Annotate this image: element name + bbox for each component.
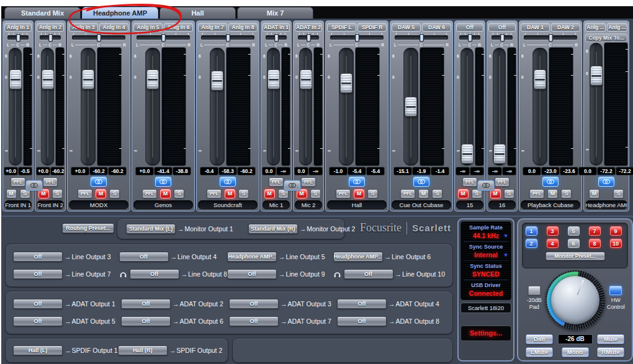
channel-name-label[interactable]: Playback Cubase xyxy=(521,200,580,210)
volume-fader-handle[interactable] xyxy=(534,69,546,89)
monitor-output-1-button[interactable]: 1 xyxy=(526,226,537,236)
channel-name-label[interactable]: Genos xyxy=(133,200,193,210)
solo-button[interactable]: S xyxy=(432,189,442,198)
pan-slider-track[interactable] xyxy=(72,35,125,40)
pan-slider-handle[interactable] xyxy=(549,34,553,42)
channel-input-select[interactable]: Anlg In 6 xyxy=(164,23,193,32)
solo-button[interactable]: S xyxy=(109,189,120,198)
mute-button[interactable]: M xyxy=(96,189,106,198)
volume-fader-handle[interactable] xyxy=(340,73,352,93)
pan-slider-handle[interactable] xyxy=(355,34,359,42)
solo-button[interactable]: S xyxy=(504,189,514,198)
pfl-button[interactable]: PFL xyxy=(269,177,284,187)
route-source-button-adat-output-1[interactable]: Off xyxy=(13,299,63,309)
mute-button[interactable]: M xyxy=(225,189,235,198)
route-source-button-line-output-7[interactable]: Off xyxy=(13,269,63,279)
volume-fader-handle[interactable] xyxy=(9,69,22,89)
channel-input-select[interactable]: Anlg In 7 xyxy=(198,23,227,32)
tab-headphone-amp[interactable]: Headphone AMP xyxy=(82,7,158,19)
route-source-button-line-output-4[interactable]: Off xyxy=(119,252,169,262)
channel-input-select[interactable]: DAW 2 xyxy=(551,23,580,32)
solo-button[interactable]: S xyxy=(174,189,184,198)
channel-name-label[interactable]: Front IN 1 xyxy=(4,200,32,210)
route-source-button-line-output-5[interactable]: Headphone AMP... xyxy=(227,252,277,262)
pan-slider-handle[interactable] xyxy=(468,34,472,42)
mute-button[interactable]: M xyxy=(160,189,171,198)
mute-button[interactable]: Mute xyxy=(597,334,624,344)
tab-mix-7[interactable]: Mix 7 xyxy=(237,7,313,19)
channel-input-select[interactable]: Anlg In 1 xyxy=(4,23,32,32)
stereo-link-button[interactable] xyxy=(349,177,365,187)
routing-preset-button[interactable]: Routing Preset... xyxy=(62,223,114,233)
pfl-button[interactable]: PFL xyxy=(336,189,351,198)
monitor-output-10-button[interactable]: 10 xyxy=(610,239,622,248)
channel-input-select[interactable]: DAW 5 xyxy=(392,23,421,32)
route-source-button-adat-output-2[interactable]: Off xyxy=(121,299,171,309)
channel-input-select[interactable]: DAW 6 xyxy=(422,23,451,32)
stereo-link-button[interactable] xyxy=(91,177,107,187)
stereo-link-button[interactable] xyxy=(284,180,300,190)
stereo-link-button[interactable] xyxy=(155,177,171,187)
channel-name-label[interactable]: 16 xyxy=(488,200,516,210)
channel-name-label[interactable]: Front IN 2 xyxy=(37,200,64,210)
mute-button[interactable]: M xyxy=(458,189,469,198)
sample-rate-dropdown-icon[interactable]: ▼ xyxy=(503,233,508,239)
stereo-link-button[interactable] xyxy=(26,180,42,190)
channel-name-label[interactable]: MODX xyxy=(69,200,128,210)
mute-button[interactable]: M xyxy=(418,189,429,198)
pfl-button[interactable]: PFL xyxy=(142,189,157,198)
channel-input-select[interactable]: Anlg ... xyxy=(607,23,627,32)
mute-button[interactable]: M xyxy=(589,189,599,198)
volume-fader-handle[interactable] xyxy=(42,69,54,89)
route-source-button-spdif-output-2[interactable]: Hall (R) xyxy=(118,345,168,355)
solo-button[interactable]: S xyxy=(613,189,624,198)
channel-input-select[interactable]: Off xyxy=(456,23,483,32)
channel-input-select[interactable]: DAW 1 xyxy=(521,23,550,32)
pfl-button[interactable]: PFL xyxy=(78,189,92,198)
route-source-button-spdif-output-1[interactable]: Hall (L) xyxy=(13,345,63,355)
pan-slider-handle[interactable] xyxy=(307,34,311,42)
pan-slider-handle[interactable] xyxy=(500,34,505,42)
pfl-button[interactable]: PFL xyxy=(529,189,544,198)
route-source-button-adat-output-8[interactable]: Off xyxy=(337,316,387,326)
pfl-button[interactable]: PFL xyxy=(495,177,510,187)
pan-slider-handle[interactable] xyxy=(226,34,230,42)
volume-fader-handle[interactable] xyxy=(82,69,94,89)
stereo-link-button[interactable] xyxy=(220,177,236,187)
stereo-link-button[interactable] xyxy=(478,180,494,190)
pfl-button[interactable]: PFL xyxy=(11,177,25,187)
channel-input-select[interactable]: ADAT In 2 xyxy=(295,23,322,32)
lmute-button[interactable]: LMute xyxy=(526,347,553,357)
monitor-preset-button[interactable]: Monitor Preset... xyxy=(545,252,605,260)
pan-slider-track[interactable] xyxy=(7,35,29,40)
monitor-output-7-button[interactable]: 7 xyxy=(589,226,601,236)
route-source-button-line-output-10[interactable]: Off xyxy=(344,269,393,279)
channel-name-label[interactable]: Hall xyxy=(327,200,387,210)
pan-slider-track[interactable] xyxy=(524,35,577,40)
monitor-output-5-button[interactable]: 5 xyxy=(568,226,580,236)
pan-slider-track[interactable] xyxy=(330,35,384,40)
route-source-button-adat-output-6[interactable]: Off xyxy=(121,316,171,326)
channel-input-select[interactable]: Off xyxy=(488,23,516,32)
channel-input-select[interactable]: Anlg ... xyxy=(585,23,606,32)
pan-slider-track[interactable] xyxy=(298,35,319,40)
solo-button[interactable]: S xyxy=(367,189,378,198)
stereo-link-button[interactable] xyxy=(542,177,559,187)
volume-fader-handle[interactable] xyxy=(461,144,474,164)
pfl-button[interactable]: PFL xyxy=(207,189,222,198)
route-source-button-monitor-output-2[interactable]: Standard Mix (R) xyxy=(248,224,298,234)
pan-slider-track[interactable] xyxy=(459,35,480,40)
pan-slider-track[interactable] xyxy=(137,35,190,40)
mute-button[interactable]: M xyxy=(6,189,17,198)
channel-name-label[interactable]: Mic 1 xyxy=(263,200,290,210)
stereo-link-button[interactable] xyxy=(413,177,429,187)
volume-fader-handle[interactable] xyxy=(590,66,603,86)
tab-hall[interactable]: Hall xyxy=(159,7,236,19)
volume-fader-handle[interactable] xyxy=(493,144,506,164)
channel-input-select[interactable]: ADAT In 1 xyxy=(263,23,290,32)
pfl-button[interactable]: PFL xyxy=(301,177,316,187)
route-source-button-monitor-output-1[interactable]: Standard Mix (L) xyxy=(126,224,176,234)
channel-name-label[interactable]: 15 xyxy=(456,200,483,210)
solo-button[interactable]: S xyxy=(310,189,321,198)
sync-source-dropdown-icon[interactable]: ▼ xyxy=(503,252,508,258)
